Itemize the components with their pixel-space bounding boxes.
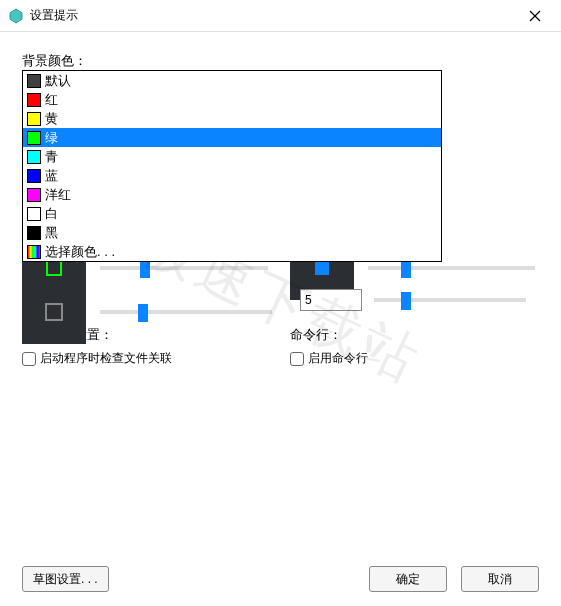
color-swatch [27, 74, 41, 88]
color-option[interactable]: 蓝 [23, 166, 441, 185]
autosnap-slider[interactable] [100, 266, 268, 270]
cmdline-label: 命令行： [290, 326, 540, 344]
color-name: 黄 [45, 110, 58, 128]
color-name: 青 [45, 148, 58, 166]
crosshair-slider-2[interactable] [374, 298, 526, 302]
color-swatch [27, 93, 41, 107]
window-title: 设置提示 [30, 7, 517, 24]
bg-color-label: 背景颜色： [22, 52, 539, 70]
color-swatch [27, 226, 41, 240]
file-assoc-checkbox[interactable] [22, 352, 36, 366]
color-option[interactable]: 白 [23, 204, 441, 223]
close-button[interactable] [517, 2, 553, 30]
color-name: 白 [45, 205, 58, 223]
color-option[interactable]: 红 [23, 90, 441, 109]
cmdline-checkbox[interactable] [290, 352, 304, 366]
svg-marker-0 [10, 9, 22, 23]
ok-button[interactable]: 确定 [369, 566, 447, 592]
color-option[interactable]: 黑 [23, 223, 441, 242]
crosshair-preview [22, 280, 86, 344]
cancel-button[interactable]: 取消 [461, 566, 539, 592]
color-name: 默认 [45, 72, 71, 90]
color-swatch [27, 169, 41, 183]
draft-settings-button[interactable]: 草图设置. . . [22, 566, 109, 592]
color-name: 绿 [45, 129, 58, 147]
color-swatch [27, 150, 41, 164]
crosshair-value-input[interactable] [300, 289, 362, 311]
color-swatch [27, 207, 41, 221]
color-option[interactable]: 黄 [23, 109, 441, 128]
color-option[interactable]: 绿 [23, 128, 441, 147]
bg-color-dropdown[interactable]: 默认红黄绿青蓝洋红白黑选择颜色. . . [22, 70, 442, 262]
color-option[interactable]: 洋红 [23, 185, 441, 204]
cmdline-checkbox-label: 启用命令行 [308, 350, 368, 367]
grip-slider[interactable] [368, 266, 536, 270]
color-swatch [27, 112, 41, 126]
color-swatch [27, 131, 41, 145]
color-name: 红 [45, 91, 58, 109]
color-name: 洋红 [45, 186, 71, 204]
grip-square-icon [315, 261, 329, 275]
crosshair-slider[interactable] [100, 310, 272, 314]
color-name: 蓝 [45, 167, 58, 185]
color-swatch [27, 188, 41, 202]
autosnap-square-icon [46, 260, 62, 276]
color-option[interactable]: 默认 [23, 71, 441, 90]
color-option[interactable]: 选择颜色. . . [23, 242, 441, 261]
color-option[interactable]: 青 [23, 147, 441, 166]
color-name: 选择颜色. . . [45, 243, 115, 261]
color-name: 黑 [45, 224, 58, 242]
crosshair-square-icon [45, 303, 63, 321]
color-swatch [27, 245, 41, 259]
file-assoc-checkbox-label: 启动程序时检查文件关联 [40, 350, 172, 367]
app-icon [8, 8, 24, 24]
titlebar: 设置提示 [0, 0, 561, 32]
